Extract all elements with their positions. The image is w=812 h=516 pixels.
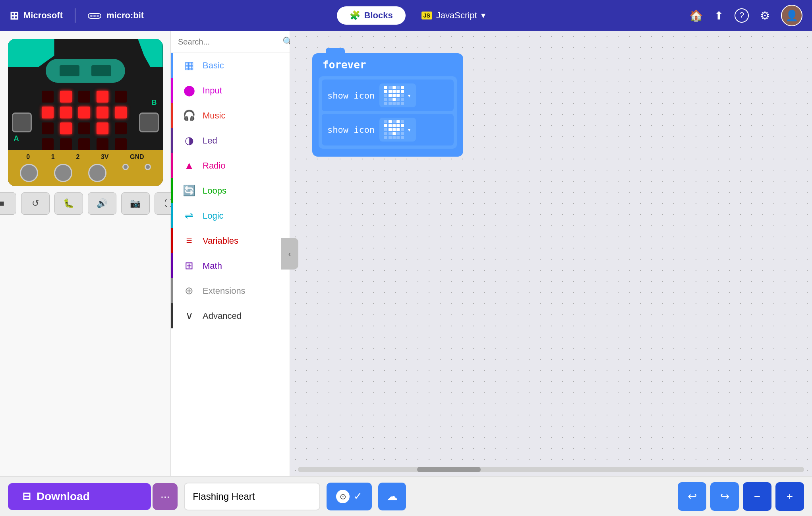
sidebar-item-variables[interactable]: ≡Variables: [171, 228, 290, 253]
restart-button[interactable]: ↺: [21, 192, 50, 215]
sidebar-item-label-input: Input: [203, 85, 222, 96]
forever-block[interactable]: forever show icon ▾: [312, 53, 463, 157]
input-category-icon: ⬤: [183, 84, 195, 97]
sidebar-item-radio[interactable]: ▲Radio: [171, 153, 290, 178]
sidebar-item-music[interactable]: 🎧Music: [171, 103, 290, 128]
settings-button[interactable]: ⚙: [760, 9, 770, 22]
cloud-button[interactable]: ☁: [378, 483, 406, 510]
simulator-controls: ■ ↺ 🐛 🔊 📷 ⛶: [0, 192, 183, 215]
sidebar-item-loops[interactable]: 🔄Loops: [171, 178, 290, 203]
led-16: [60, 138, 72, 150]
download-button[interactable]: ⊟ Download: [8, 483, 151, 510]
sidebar-item-logic[interactable]: ⇌Logic: [171, 203, 290, 228]
sidebar-item-extensions[interactable]: ⊕Extensions: [171, 278, 290, 303]
led-9: [115, 107, 127, 118]
screenshot-icon: 📷: [130, 198, 141, 209]
sidebar-item-label-loops: Loops: [203, 186, 226, 196]
sidebar-item-math[interactable]: ⊞Math: [171, 253, 290, 278]
led-8: [97, 107, 108, 118]
category-panel: 🔍 ▦Basic⬤Input🎧Music◑Led▲Radio🔄Loops⇌Log…: [171, 31, 290, 476]
nav-right-controls: 🏠 ⬆ ? ⚙ 👤: [689, 5, 802, 26]
cloud-icon: ☁: [387, 490, 398, 503]
led-7: [78, 107, 90, 118]
show-icon-block-2[interactable]: show icon ▾: [322, 114, 454, 145]
blocks-tab-button[interactable]: 🧩 Blocks: [337, 6, 406, 25]
radio-category-icon: ▲: [183, 159, 195, 172]
undo-button[interactable]: ↩: [678, 482, 706, 511]
redo-icon: ↪: [720, 490, 729, 503]
collapse-panel-button[interactable]: ‹: [281, 238, 298, 270]
debug-icon: 🐛: [63, 198, 74, 209]
download-more-button[interactable]: ···: [153, 483, 178, 510]
forever-block-notch: [326, 48, 345, 54]
search-bar: 🔍: [171, 31, 290, 53]
sidebar-item-input[interactable]: ⬤Input: [171, 78, 290, 103]
sidebar-item-label-music: Music: [203, 111, 225, 121]
debug-button[interactable]: 🐛: [54, 192, 83, 215]
top-navigation: ⊞ Microsoft micro:bit 🧩 Blocks JS JavaSc…: [0, 0, 812, 31]
forever-label: forever: [323, 59, 366, 71]
variables-category-icon: ≡: [183, 235, 195, 247]
extensions-category-icon: ⊕: [183, 285, 195, 297]
sidebar-item-advanced[interactable]: ∨Advanced: [171, 303, 290, 328]
led-4: [115, 91, 127, 103]
workspace-scrollbar-thumb[interactable]: [417, 467, 481, 472]
home-button[interactable]: 🏠: [689, 9, 703, 22]
javascript-tab-button[interactable]: JS JavaScript ▾: [410, 6, 497, 25]
help-button[interactable]: ?: [735, 8, 749, 23]
zoom-out-button[interactable]: −: [743, 482, 771, 511]
microbit-button-a[interactable]: [12, 113, 32, 132]
zoom-out-icon: −: [754, 490, 760, 503]
stop-button[interactable]: ■: [0, 192, 16, 215]
show-icon-block-1[interactable]: show icon ▾: [322, 80, 454, 111]
main-area: A B 0 1 2 3V GND: [0, 31, 812, 476]
save-button[interactable]: ⊙ ✓: [327, 483, 372, 510]
dropdown-arrow-icon: ▾: [481, 10, 485, 21]
stop-icon: ■: [0, 198, 4, 209]
microbit-button-b[interactable]: [139, 113, 159, 132]
project-name-input[interactable]: [184, 483, 320, 510]
led-15: [42, 138, 54, 150]
avatar[interactable]: 👤: [781, 5, 802, 26]
sidebar-item-basic[interactable]: ▦Basic: [171, 53, 290, 78]
svg-point-2: [93, 15, 96, 17]
microbit-simulator: A B 0 1 2 3V GND: [8, 39, 163, 186]
workspace-scrollbar[interactable]: [298, 467, 804, 472]
more-icon: ···: [160, 490, 170, 502]
zoom-in-button[interactable]: +: [775, 482, 804, 511]
microbit-face: [46, 59, 125, 83]
pin-label-0: 0: [26, 153, 30, 161]
audio-button[interactable]: 🔊: [88, 192, 116, 215]
icon-picker-1[interactable]: ▾: [379, 83, 416, 107]
blocks-workspace[interactable]: forever show icon ▾: [290, 31, 812, 476]
led-19: [115, 138, 127, 150]
nav-center: 🧩 Blocks JS JavaScript ▾: [144, 6, 689, 25]
pin-label-gnd: GND: [130, 153, 144, 161]
led-2: [78, 91, 90, 103]
screenshot-button[interactable]: 📷: [121, 192, 150, 215]
pin-circle-3v: [122, 164, 129, 170]
restart-icon: ↺: [32, 198, 39, 209]
music-category-icon: 🎧: [183, 109, 195, 122]
icon-picker-2[interactable]: ▾: [379, 118, 416, 142]
search-input[interactable]: [178, 37, 278, 47]
bottom-right-controls: ↩ ↪ − +: [678, 482, 804, 511]
led-12: [78, 122, 90, 134]
microbit-pin-labels: 0 1 2 3V GND: [8, 150, 163, 164]
redo-button[interactable]: ↪: [710, 482, 739, 511]
math-category-icon: ⊞: [183, 260, 195, 272]
microsoft-label: Microsoft: [23, 10, 63, 21]
basic-category-icon: ▦: [183, 59, 195, 72]
led-14: [115, 122, 127, 134]
sidebar-item-label-advanced: Advanced: [203, 311, 242, 321]
microbit-button-a-label: A: [14, 134, 19, 143]
sidebar-item-label-basic: Basic: [203, 60, 224, 71]
forever-block-header: forever: [312, 53, 463, 76]
share-button[interactable]: ⬆: [714, 9, 723, 22]
help-icon: ?: [735, 8, 749, 23]
sidebar-item-label-logic: Logic: [203, 211, 224, 221]
github-icon: ⊙: [336, 490, 350, 503]
sidebar-item-led[interactable]: ◑Led: [171, 128, 290, 153]
microbit-eye-right: [91, 65, 111, 76]
microbit-eye-left: [60, 65, 79, 76]
